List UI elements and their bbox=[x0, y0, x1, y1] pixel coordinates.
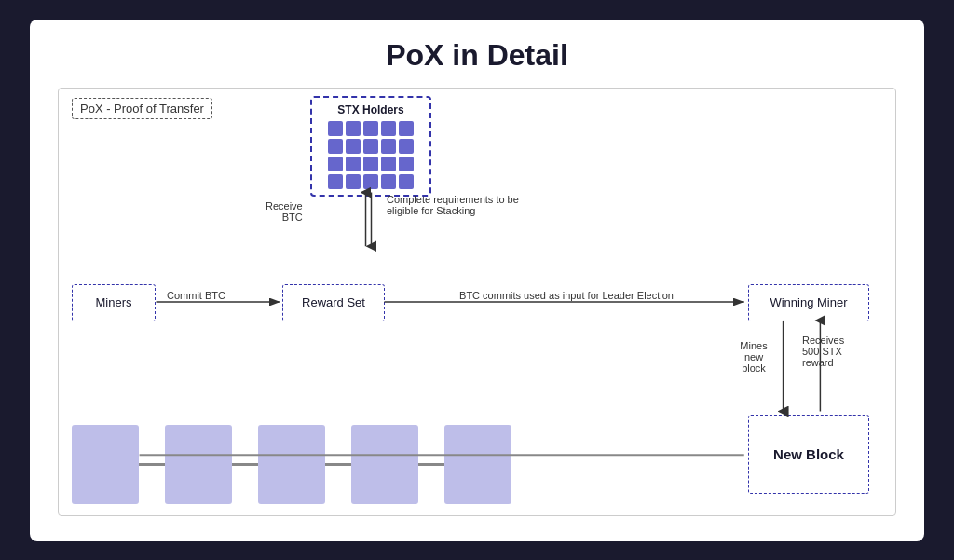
reward-set-box: Reward Set bbox=[282, 284, 385, 321]
reward-set-label: Reward Set bbox=[302, 295, 365, 309]
stx-dot bbox=[381, 121, 396, 136]
receives-reward-label: Receives500 STXreward bbox=[802, 335, 875, 368]
stx-dot bbox=[328, 157, 343, 171]
stx-dot bbox=[346, 139, 361, 154]
chain-line-1 bbox=[139, 463, 165, 466]
miners-box: Miners bbox=[72, 284, 156, 321]
stx-dot bbox=[328, 121, 343, 136]
stx-dot bbox=[346, 174, 361, 189]
winning-miner-label: Winning Miner bbox=[770, 295, 847, 309]
stx-dot bbox=[363, 157, 378, 171]
winning-miner-box: Winning Miner bbox=[748, 284, 869, 321]
receive-btc-label: ReceiveBTC bbox=[266, 200, 303, 223]
chain-block-4 bbox=[351, 425, 418, 504]
stx-dot bbox=[381, 157, 396, 171]
chain-block-2 bbox=[165, 425, 232, 504]
mines-new-block-label: Minesnewblock bbox=[722, 340, 785, 374]
diagram-area: PoX - Proof of Transfer STX Holders bbox=[58, 88, 896, 516]
stx-holders-label: STX Holders bbox=[318, 103, 424, 116]
stx-dot bbox=[381, 174, 396, 189]
stx-dot bbox=[363, 174, 378, 189]
stx-dot bbox=[399, 174, 414, 189]
chain-block-1 bbox=[72, 425, 139, 504]
stx-dot bbox=[346, 157, 361, 171]
commit-btc-label: Commit BTC bbox=[167, 290, 225, 301]
chain-block-5 bbox=[444, 425, 511, 504]
blockchain-row bbox=[72, 425, 511, 504]
chain-line-4 bbox=[418, 463, 444, 466]
stx-dot bbox=[399, 157, 414, 171]
slide-title: PoX in Detail bbox=[58, 38, 896, 73]
slide: PoX in Detail PoX - Proof of Transfer ST… bbox=[30, 20, 924, 541]
stx-dot bbox=[381, 139, 396, 154]
stx-dot bbox=[328, 174, 343, 189]
stx-dot bbox=[363, 121, 378, 136]
complete-requirements-label: Complete requirements to be eligible for… bbox=[387, 194, 540, 216]
chain-line-3 bbox=[325, 463, 351, 466]
stx-holders-box: STX Holders bbox=[310, 96, 431, 197]
miners-label: Miners bbox=[95, 295, 131, 309]
new-block-box: New Block bbox=[748, 415, 869, 494]
pox-label: PoX - Proof of Transfer bbox=[72, 98, 212, 119]
stx-dot bbox=[328, 139, 343, 154]
new-block-label: New Block bbox=[773, 446, 844, 462]
btc-commits-label: BTC commits used as input for Leader Ele… bbox=[399, 290, 734, 301]
stx-dot bbox=[399, 121, 414, 136]
stx-grid bbox=[318, 121, 424, 189]
chain-block-3 bbox=[258, 425, 325, 504]
stx-dot bbox=[346, 121, 361, 136]
chain-line-2 bbox=[232, 463, 258, 466]
stx-dot bbox=[363, 139, 378, 154]
stx-dot bbox=[399, 139, 414, 154]
